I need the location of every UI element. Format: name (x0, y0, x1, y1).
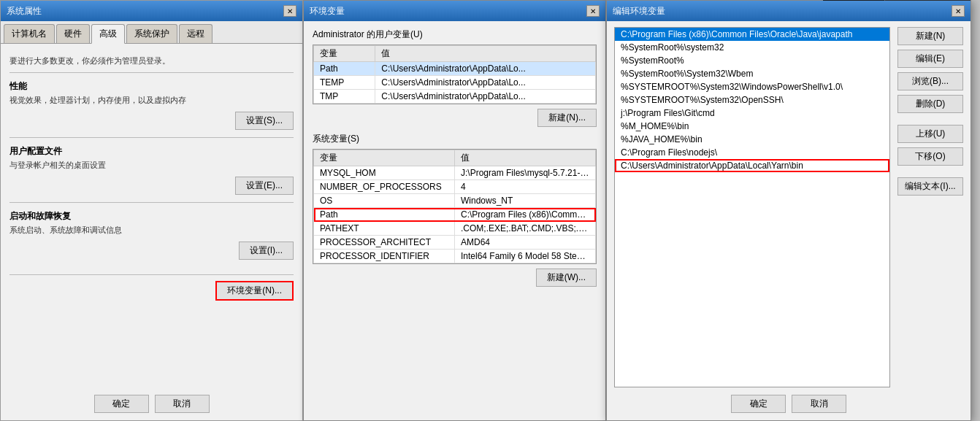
editor-tabbar: 写文章-CS ✕ + — □ ✕ (823, 0, 971, 1)
path-list-item[interactable]: %JAVA_HOME%\bin (615, 133, 889, 146)
sys-props-bottom-buttons: 确定 取消 (1, 395, 302, 413)
edit-env-title: 编辑环境变量 (613, 5, 665, 18)
user-var-name: TEMP (314, 76, 375, 90)
edit-env-titlebar: 编辑环境变量 ✕ (607, 1, 971, 21)
user-col-var: 变量 (314, 46, 375, 62)
user-col-val: 值 (375, 46, 596, 62)
user-vars-label: Administrator 的用户变量(U) (313, 28, 597, 41)
sys-var-value: J:\Program Files\mysql-5.7.21-winx6... (455, 166, 596, 180)
path-list-item[interactable]: %SYSTEMROOT%\System32\OpenSSH\ (615, 93, 889, 107)
delete-path-btn[interactable]: 删除(D) (897, 95, 963, 113)
top-msg: 要进行大多数更改，你必须作为管理员登录。 (9, 55, 294, 66)
sys-props-tabs: 计算机名 硬件 高级 系统保护 远程 (1, 21, 302, 44)
sys-props-content: 要进行大多数更改，你必须作为管理员登录。 性能 视觉效果，处理器计划，内存使用，… (1, 44, 302, 309)
editor-min-btn[interactable]: — (909, 0, 930, 1)
sys-props-ok-btn[interactable]: 确定 (94, 395, 149, 413)
edit-path-btn[interactable]: 编辑(E) (897, 50, 963, 68)
sys-var-row[interactable]: PROCESSOR_ARCHITECTAMD64 (314, 236, 596, 250)
user-var-name: Path (314, 62, 375, 76)
user-var-row[interactable]: TMPC:\Users\Administrator\AppData\Lo... (314, 90, 596, 104)
sys-var-value: C:\Program Files (x86)\Common File... (455, 208, 596, 222)
tab-remote[interactable]: 远程 (179, 24, 213, 43)
env-titlebar: 环境变量 ✕ (304, 1, 605, 21)
tab-hardware[interactable]: 硬件 (56, 24, 90, 43)
user-vars-table: 变量 值 PathC:\Users\Administrator\AppData\… (313, 45, 596, 104)
sys-var-name: OS (314, 194, 455, 208)
env-vars-window: 环境变量 ✕ Administrator 的用户变量(U) 变量 值 PathC… (303, 0, 606, 421)
path-list-item[interactable]: %M_HOME%\bin (615, 120, 889, 133)
performance-settings-btn[interactable]: 设置(S)... (235, 112, 294, 130)
sys-var-row[interactable]: OSWindows_NT (314, 194, 596, 208)
editor-max-btn[interactable]: □ (930, 0, 950, 1)
move-up-btn[interactable]: 上移(U) (897, 125, 963, 143)
edit-env-controls: ✕ (952, 5, 965, 17)
user-var-value: C:\Users\Administrator\AppData\Lo... (375, 90, 596, 104)
editor-tab-active[interactable]: 写文章-CS ✕ (823, 0, 885, 1)
user-var-value: C:\Users\Administrator\AppData\Lo... (375, 62, 596, 76)
editor-close-btn[interactable]: ✕ (950, 0, 971, 1)
edit-env-window: 写文章-CS ✕ + — □ ✕ 编辑环境变量 ✕ C:\Program Fil… (606, 0, 971, 421)
sys-var-name: PROCESSOR_IDENTIFIER (314, 250, 455, 263)
sys-var-row[interactable]: PROCESSOR_IDENTIFIERIntel64 Family 6 Mod… (314, 250, 596, 263)
user-var-row[interactable]: PathC:\Users\Administrator\AppData\Lo... (314, 62, 596, 76)
path-list-item[interactable]: C:\Users\Administrator\AppData\Local\Yar… (615, 159, 889, 172)
sys-props-title: 系统属性 (7, 5, 42, 18)
env-content: Administrator 的用户变量(U) 变量 值 PathC:\Users… (304, 21, 605, 300)
sys-props-cancel-btn[interactable]: 取消 (155, 395, 210, 413)
sys-var-row[interactable]: PATHEXT.COM;.EXE;.BAT;.CMD;.VBS;.VBE;.JS… (314, 222, 596, 236)
edit-env-bottom-buttons: 确定 取消 (607, 395, 971, 413)
userprofile-desc: 与登录帐户相关的桌面设置 (9, 160, 294, 171)
move-down-btn[interactable]: 下移(O) (897, 147, 963, 166)
tab-sysprotect[interactable]: 系统保护 (126, 24, 177, 43)
sys-var-value: Intel64 Family 6 Model 58 Stepping... (455, 250, 596, 263)
performance-label: 性能 (9, 80, 294, 93)
user-var-name: TMP (314, 90, 375, 104)
user-new-btn[interactable]: 新建(N)... (537, 109, 597, 127)
tab-advanced[interactable]: 高级 (91, 24, 125, 44)
env-title: 环境变量 (310, 5, 345, 18)
sys-new-btn[interactable]: 新建(W)... (536, 269, 597, 287)
browse-path-btn[interactable]: 浏览(B)... (897, 72, 963, 90)
sys-var-row[interactable]: PathC:\Program Files (x86)\Common File..… (314, 208, 596, 222)
sys-vars-label: 系统变量(S) (313, 133, 597, 145)
edit-right-buttons: 新建(N) 编辑(E) 浏览(B)... 删除(D) 上移(U) 下移(O) 编… (897, 27, 963, 196)
sys-var-value: .COM;.EXE;.BAT;.CMD;.VBS;.VBE;.JS;... (455, 222, 596, 236)
edit-text-btn[interactable]: 编辑文本(I)... (897, 177, 963, 196)
editor-window-controls: — □ ✕ (909, 0, 971, 1)
path-list-item[interactable]: C:\Program Files (x86)\Common Files\Orac… (615, 28, 889, 41)
path-list-item[interactable]: C:\Program Files\nodejs\ (615, 146, 889, 159)
sys-var-row[interactable]: MYSQL_HOMJ:\Program Files\mysql-5.7.21-w… (314, 166, 596, 180)
sys-var-value: AMD64 (455, 236, 596, 250)
new-path-btn[interactable]: 新建(N) (897, 27, 963, 45)
sys-col-var: 变量 (314, 150, 455, 166)
env-titlebar-controls: ✕ (586, 5, 600, 17)
path-list-item[interactable]: %SYSTEMROOT%\System32\WindowsPowerShell\… (615, 80, 889, 93)
path-list-item[interactable]: %SystemRoot%\system32 (615, 41, 889, 54)
sys-var-value: 4 (455, 180, 596, 194)
edit-env-cancel-btn[interactable]: 取消 (792, 395, 846, 413)
sys-vars-table-container: 变量 值 MYSQL_HOMJ:\Program Files\mysql-5.7… (313, 149, 597, 264)
edit-env-close-btn[interactable]: ✕ (952, 5, 965, 17)
path-list-item[interactable]: %SystemRoot% (615, 54, 889, 67)
path-list-item[interactable]: %SystemRoot%\System32\Wbem (615, 67, 889, 80)
path-list-item[interactable]: j:\Program Files\Git\cmd (615, 107, 889, 120)
sys-col-val: 值 (455, 150, 596, 166)
user-var-row[interactable]: TEMPC:\Users\Administrator\AppData\Lo... (314, 76, 596, 90)
env-close-btn[interactable]: ✕ (586, 5, 600, 17)
startup-desc: 系统启动、系统故障和调试信息 (9, 225, 294, 236)
edit-env-ok-btn[interactable]: 确定 (731, 395, 786, 413)
sys-var-name: PROCESSOR_ARCHITECT (314, 236, 455, 250)
sys-var-name: MYSQL_HOM (314, 166, 455, 180)
sys-props-close-btn[interactable]: ✕ (283, 5, 296, 17)
startup-label: 启动和故障恢复 (9, 210, 294, 223)
performance-desc: 视觉效果，处理器计划，内存使用，以及虚拟内存 (9, 95, 294, 106)
userprofile-settings-btn[interactable]: 设置(E)... (235, 177, 294, 195)
startup-settings-btn[interactable]: 设置(I)... (239, 242, 294, 260)
tab-computername[interactable]: 计算机名 (4, 24, 55, 43)
sys-var-row[interactable]: NUMBER_OF_PROCESSORS4 (314, 180, 596, 194)
sys-var-name: Path (314, 208, 455, 222)
sys-var-name: NUMBER_OF_PROCESSORS (314, 180, 455, 194)
env-vars-btn[interactable]: 环境变量(N)... (215, 281, 294, 301)
path-list-container: C:\Program Files (x86)\Common Files\Orac… (614, 27, 890, 387)
sys-vars-table: 变量 值 MYSQL_HOMJ:\Program Files\mysql-5.7… (313, 150, 596, 263)
